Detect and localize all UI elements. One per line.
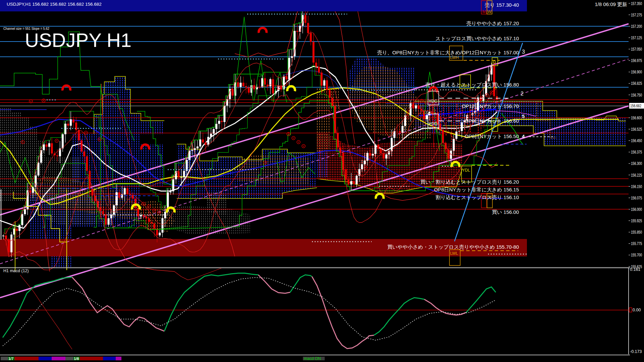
svg-text:LWL: LWL	[450, 251, 458, 256]
svg-text:LWH: LWH	[450, 55, 459, 60]
svg-text:売りやや小さめ 157.20: 売りやや小さめ 157.20	[466, 20, 519, 26]
svg-text:売り 157.30-40: 売り 157.30-40	[485, 2, 519, 8]
svg-text:156.075: 156.075	[631, 196, 642, 200]
svg-text:157.275: 157.275	[631, 13, 642, 17]
svg-text:H1 macd (12): H1 macd (12)	[3, 268, 29, 273]
svg-text:ストップロス買いやや小さめ 157.10: ストップロス買いやや小さめ 157.10	[435, 36, 519, 41]
svg-text:157.350: 157.350	[631, 1, 642, 6]
svg-text:D: D	[493, 60, 496, 65]
svg-text:156.000: 156.000	[631, 207, 642, 212]
svg-text:156.900: 156.900	[631, 70, 642, 74]
svg-text:5: 5	[522, 113, 525, 119]
svg-text:0.00: 0.00	[633, 308, 641, 312]
svg-text:156.975: 156.975	[631, 58, 642, 63]
svg-text:-0.173: -0.173	[630, 349, 642, 354]
svg-text:OP8日NYカット非常に大きめ 156.15: OP8日NYカット非常に大きめ 156.15	[434, 187, 519, 192]
svg-text:156.825: 156.825	[631, 81, 642, 86]
svg-text:157.050: 157.050	[631, 47, 642, 52]
svg-text:155.775: 155.775	[631, 241, 642, 246]
svg-text:3: 3	[522, 49, 525, 55]
svg-text:4: 4	[522, 133, 525, 139]
svg-text:156.300: 156.300	[631, 161, 642, 166]
svg-text:0.161: 0.161	[630, 267, 640, 272]
svg-text:USDJPY H1: USDJPY H1	[25, 29, 131, 51]
svg-text:156.150: 156.150	[631, 184, 642, 189]
svg-text:OP8日NYカット 156.50: OP8日NYカット 156.50	[465, 133, 519, 139]
svg-text:1/7: 1/7	[8, 357, 13, 361]
svg-text:買いやや小さめ・ストップロス売りやや小さめ 155.70-8: 買いやや小さめ・ストップロス売りやや小さめ 155.70-80	[387, 244, 519, 250]
svg-text:155.850: 155.850	[631, 230, 642, 235]
svg-text:156.450: 156.450	[631, 138, 642, 143]
svg-text:YDL: YDL	[462, 168, 470, 173]
svg-text:157.200: 157.200	[631, 24, 642, 29]
svg-text:買い・割り込むとストップロス売り 156.20: 買い・割り込むとストップロス売り 156.20	[420, 179, 519, 185]
svg-text:157.125: 157.125	[631, 36, 642, 40]
svg-text:M: M	[482, 9, 486, 14]
svg-text:YDO: YDO	[429, 122, 437, 126]
svg-text:割り込むとストップロス売り 156.10: 割り込むとストップロス売り 156.10	[435, 194, 519, 200]
svg-text:OP12日NYカット 156.70: OP12日NYカット 156.70	[462, 103, 519, 109]
svg-text:USDJPY,H1 156.682 156.682 156: USDJPY,H1 156.682 156.682 156.682 156.68…	[7, 2, 102, 7]
svg-text:1/8: 1/8	[74, 357, 79, 361]
svg-text:156.375: 156.375	[631, 150, 642, 155]
svg-text:macd ON: macd ON	[304, 356, 321, 361]
svg-text:W: W	[488, 9, 492, 14]
svg-text:2: 2	[521, 91, 524, 97]
svg-text:売り、OP8日NYカット非常に大きめ/OP12日NYカット: 売り、OP8日NYカット非常に大きめ/OP12日NYカット 157.00	[377, 50, 519, 55]
svg-text:156.600: 156.600	[631, 116, 642, 120]
svg-text:156.225: 156.225	[631, 173, 642, 178]
svg-text:155.700: 155.700	[631, 253, 642, 257]
svg-text:1/8 06:09 更新: 1/8 06:09 更新	[595, 1, 627, 7]
svg-text:156.750: 156.750	[631, 93, 642, 98]
svg-text:売り・超えるとストップロス買い 156.80: 売り・超えるとストップロス買い 156.80	[425, 82, 519, 87]
svg-text:買い 156.00: 買い 156.00	[492, 209, 519, 215]
svg-text:156.682: 156.682	[630, 104, 641, 108]
svg-text:YDC: YDC	[429, 99, 437, 104]
svg-text:OP8日NYカット 156.60: OP8日NYカット 156.60	[465, 118, 519, 124]
svg-text:156.525: 156.525	[631, 127, 642, 132]
svg-text:155.925: 155.925	[631, 219, 642, 223]
